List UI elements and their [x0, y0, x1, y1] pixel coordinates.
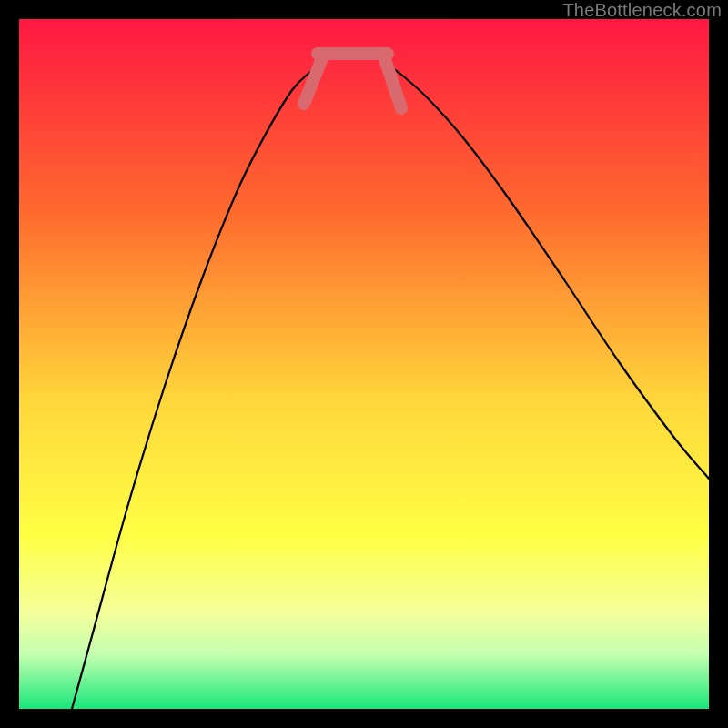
- watermark-text: TheBottleneck.com: [562, 0, 722, 21]
- chart-frame: TheBottleneck.com: [0, 0, 728, 728]
- chart-svg: [19, 19, 709, 709]
- plot-area: [19, 19, 709, 709]
- gradient-background: [19, 19, 709, 709]
